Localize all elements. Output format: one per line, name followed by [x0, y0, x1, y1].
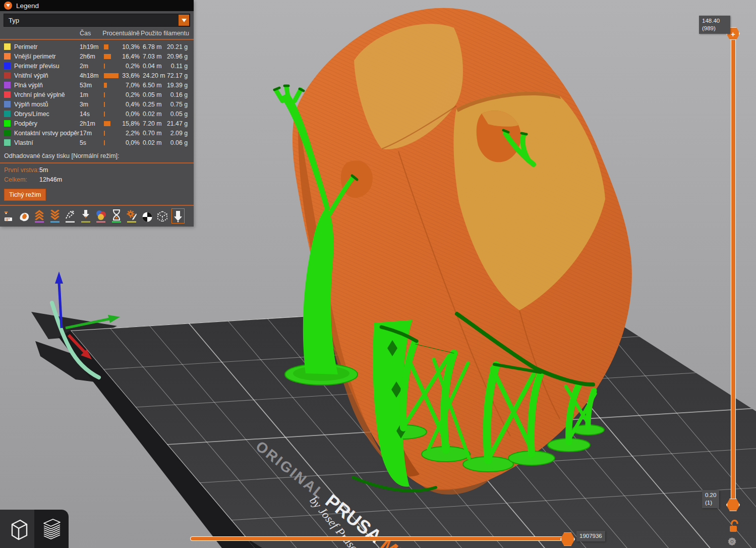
feature-time: 2h6m	[80, 53, 95, 60]
center-of-mass-icon[interactable]	[142, 209, 153, 223]
percent-bar	[104, 64, 105, 69]
feature-weight: 20.96 g	[167, 53, 188, 60]
feature-length: 7.03 m	[143, 53, 162, 60]
retractions-icon[interactable]	[34, 209, 45, 223]
tool-changes-icon[interactable]	[80, 209, 91, 223]
move-slider-tooltip: 1907936	[576, 531, 605, 541]
layer-number: (989)	[702, 25, 727, 32]
feature-length: 24.20 m	[143, 72, 165, 79]
deretractions-icon[interactable]	[49, 209, 61, 223]
legend-row: Kontaktní vrstvy podpěr 17m 2,2% 0.70 m …	[0, 128, 194, 138]
feature-length: 0.05 m	[143, 91, 162, 98]
wipe-icon[interactable]	[19, 209, 30, 223]
legend-titlebar[interactable]: Legend	[0, 0, 194, 11]
dropdown-arrow-icon[interactable]	[179, 15, 189, 26]
feature-time: 5s	[80, 139, 86, 146]
percent-bar	[104, 112, 105, 117]
feature-length: 6.78 m	[143, 43, 162, 50]
feature-color-swatch	[4, 101, 11, 107]
feature-label: Vrchní plné výplně	[14, 91, 65, 98]
feature-color-swatch	[4, 120, 11, 127]
stealth-mode-button[interactable]: Tichý režim	[4, 189, 46, 201]
feature-weight: 19.39 g	[167, 82, 188, 89]
percent-bar	[104, 44, 108, 49]
total-value: 12h46m	[39, 176, 62, 183]
layer-height-value: 0.20	[705, 491, 716, 499]
percent-bar	[104, 83, 107, 88]
feature-weight: 72.17 g	[167, 72, 188, 79]
move-slider-value: 1907936	[579, 533, 602, 539]
feature-length: 0.02 m	[143, 139, 162, 146]
view-type-dropdown[interactable]: Typ	[4, 14, 190, 27]
percent-bar	[104, 54, 111, 59]
feature-percent: 10,3%	[122, 43, 140, 50]
move-slider-track[interactable]	[190, 536, 569, 541]
feature-weight: 0.06 g	[170, 139, 188, 146]
feature-length: 6.50 m	[143, 82, 162, 89]
feature-time: 2h1m	[80, 120, 95, 127]
legend-row: Perimetr převisu 2m 0,2% 0.04 m 0.11 g	[0, 61, 194, 71]
legend-row: Perimetr 1h19m 10,3% 6.78 m 20.21 g	[0, 42, 194, 51]
feature-label: Vlastní	[14, 139, 33, 146]
seams-icon[interactable]	[65, 209, 76, 223]
estimates-heading: Odhadované časy tisku [Normální režim]:	[0, 148, 194, 162]
pause-prints-icon[interactable]	[111, 209, 122, 223]
first-layer-value: 5m	[39, 167, 48, 174]
feature-label: Plná výplň	[14, 82, 43, 89]
col-filament: Použito filamentu	[141, 30, 189, 37]
feature-time: 2m	[80, 63, 88, 70]
percent-bar	[104, 140, 105, 145]
feature-label: Vnější perimetr	[14, 53, 56, 60]
feature-label: Podpěry	[14, 120, 37, 127]
feature-length: 0.02 m	[143, 111, 162, 118]
feature-label: Vnitřní výplň	[14, 72, 48, 79]
feature-label: Výplň mostů	[14, 101, 48, 108]
feature-percent: 15,8%	[122, 120, 140, 127]
percent-bar	[104, 121, 110, 126]
feature-percent: 0,0%	[126, 139, 140, 146]
custom-gcode-icon[interactable]	[126, 209, 137, 223]
legend-panel: Legend Typ Čas Procentuálně Použito fila…	[0, 0, 194, 227]
travel-moves-icon[interactable]	[3, 209, 14, 223]
feature-length: 0.70 m	[143, 130, 162, 137]
legend-title: Legend	[16, 2, 39, 10]
feature-weight: 0.11 g	[171, 63, 188, 70]
cube-icon	[6, 516, 29, 541]
feature-percent: 0,0%	[126, 111, 140, 118]
legend-row: Vnitřní výplň 4h18m 33,6% 24.20 m 72.17 …	[0, 71, 194, 80]
feature-time: 17m	[80, 130, 92, 137]
layers-view-button[interactable]	[34, 510, 69, 548]
feature-color-swatch	[4, 43, 11, 50]
col-time: Čas	[80, 30, 91, 37]
feature-color-swatch	[4, 72, 11, 79]
percent-bar	[104, 92, 105, 97]
view-mode-buttons	[0, 510, 69, 548]
feature-length: 0.25 m	[143, 101, 162, 108]
shells-icon[interactable]	[157, 209, 168, 223]
feature-time: 4h18m	[80, 72, 99, 79]
feature-label: Perimetr převisu	[14, 63, 60, 70]
legend-table-body: Perimetr 1h19m 10,3% 6.78 m 20.21 g Vněj…	[0, 40, 194, 148]
extruder-icon[interactable]	[172, 209, 184, 223]
feature-color-swatch	[4, 139, 11, 146]
feature-time: 3m	[80, 101, 88, 108]
slider-settings-gear-icon[interactable]: ⚙	[728, 536, 736, 547]
feature-color-swatch	[4, 53, 11, 60]
feature-percent: 0,2%	[126, 63, 140, 70]
col-percent: Procentuálně	[102, 30, 140, 37]
percent-bar	[104, 131, 105, 136]
layer-height-value: 148.40	[702, 17, 727, 25]
feature-weight: 0.75 g	[170, 101, 188, 108]
layer-slider-track[interactable]	[731, 30, 736, 504]
3d-view-button[interactable]	[0, 510, 34, 548]
feature-weight: 20.21 g	[167, 43, 188, 50]
color-changes-icon[interactable]	[95, 209, 106, 223]
feature-time: 1m	[80, 91, 88, 98]
legend-table-header: Čas Procentuálně Použito filamentu	[0, 28, 194, 39]
feature-percent: 7,0%	[126, 82, 140, 89]
legend-row: Plná výplň 53m 7,0% 6.50 m 19.39 g	[0, 80, 194, 90]
lock-icon[interactable]	[728, 520, 739, 533]
percent-bar	[104, 102, 105, 107]
feature-weight: 21.47 g	[167, 120, 188, 127]
feature-weight: 0.16 g	[170, 91, 188, 98]
